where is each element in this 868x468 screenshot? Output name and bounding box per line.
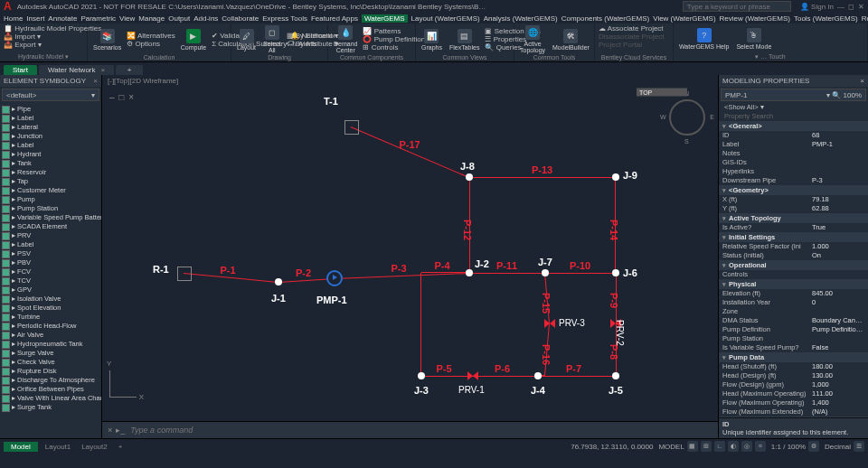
tree-item[interactable]: ▸ Pump: [2, 195, 99, 204]
scenarios-button[interactable]: 📚Scenarios: [91, 28, 123, 51]
tree-item[interactable]: ▸ Label: [2, 114, 99, 123]
property-row[interactable]: Hyperlinks: [719, 167, 868, 176]
tree-item[interactable]: ▸ Orifice Between Pipes: [2, 385, 99, 394]
node-label[interactable]: J-1: [271, 293, 286, 304]
tree-item[interactable]: ▸ FCV: [2, 267, 99, 276]
node-label[interactable]: J-3: [414, 385, 429, 396]
property-row[interactable]: Flow (Maximum Operating)1,400: [719, 398, 868, 407]
space-indicator[interactable]: MODEL: [658, 443, 684, 451]
menu-view[interactable]: View: [119, 14, 135, 23]
pipe-label[interactable]: P-7: [566, 363, 581, 374]
property-row[interactable]: Flow (Maximum Extended)(N/A): [719, 407, 868, 417]
property-row[interactable]: Relative Speed Factor (Ini1.000: [719, 242, 868, 251]
tree-item[interactable]: ▸ Check Valve: [2, 358, 99, 367]
pipe-label[interactable]: P-16: [541, 344, 552, 365]
pipe-label[interactable]: P-15: [541, 293, 552, 314]
menu-tools-watergems-[interactable]: Tools (WaterGEMS): [794, 14, 858, 23]
node-label[interactable]: PMP-1: [316, 295, 347, 305]
tree-item[interactable]: ▸ Isolation Valve: [2, 295, 99, 304]
tree-item[interactable]: ▸ PRV: [2, 231, 99, 240]
menu-view-watergems-[interactable]: View (WaterGEMS): [653, 14, 715, 23]
view-cube[interactable]: N S E W TOP: [662, 92, 712, 143]
select-all-button[interactable]: ◻Select All: [261, 24, 282, 54]
menu-analysis-watergems-[interactable]: Analysis (WaterGEMS): [484, 14, 558, 23]
import-button[interactable]: 📥 Import ▾: [4, 33, 83, 41]
node-J1[interactable]: [275, 278, 282, 285]
tree-item[interactable]: ▸ Hydropneumatic Tank: [2, 340, 99, 349]
property-group[interactable]: Physical: [719, 279, 868, 289]
pipe-label[interactable]: P-5: [437, 363, 452, 374]
ortho-icon[interactable]: ∟: [714, 441, 725, 452]
tree-item[interactable]: ▸ SCADA Element: [2, 222, 99, 231]
flextables-button[interactable]: ▤FlexTables: [448, 28, 481, 51]
property-row[interactable]: LabelPMP-1: [719, 140, 868, 149]
viewport-controls[interactable]: – □ ×: [109, 92, 135, 102]
units-readout[interactable]: Decimal: [825, 443, 851, 451]
pipe-label[interactable]: P-13: [532, 164, 552, 175]
node-label[interactable]: PRV-1: [458, 385, 485, 395]
pipe-label[interactable]: P-10: [570, 260, 590, 271]
menu-parametric[interactable]: Parametric: [80, 14, 116, 23]
node-J6[interactable]: [612, 269, 619, 276]
node-label[interactable]: J-5: [609, 385, 623, 396]
maximize-button[interactable]: ◻: [848, 3, 854, 11]
snap-icon[interactable]: ⊞: [701, 441, 712, 452]
drawing-canvas[interactable]: – □ × N S E W TOP Y X P-1P-2P-3P-4P-5P-6…: [102, 87, 718, 421]
grid-icon[interactable]: ▦: [687, 441, 698, 452]
new-tab-button[interactable]: +: [116, 65, 143, 75]
tree-item[interactable]: ▸ PBV: [2, 258, 99, 267]
modelbuilder-button[interactable]: 🛠ModelBuilder: [551, 28, 591, 51]
property-row[interactable]: Head (Maximum Operating)111.00: [719, 389, 868, 398]
pipe-label[interactable]: P-2: [296, 267, 311, 278]
help-search-input[interactable]: [683, 1, 791, 12]
compute-button[interactable]: ▶Compute: [179, 28, 208, 51]
node-J4[interactable]: [534, 372, 542, 379]
menu-express-tools[interactable]: Express Tools: [262, 14, 307, 23]
property-row[interactable]: Flow (Design) (gpm)1,000: [719, 380, 868, 389]
pipe-label[interactable]: P-17: [400, 139, 420, 150]
node-J7[interactable]: [542, 269, 549, 276]
node-J3[interactable]: [418, 372, 425, 379]
node-label[interactable]: R-1: [153, 264, 169, 275]
customize-icon[interactable]: ☰: [854, 441, 864, 452]
node-PMP1[interactable]: [326, 270, 343, 286]
property-row[interactable]: Downstream PipeP-3: [719, 176, 868, 185]
demand-center-button[interactable]: 💧Demand Center: [332, 24, 359, 54]
tree-item[interactable]: ▸ PSV: [2, 249, 99, 258]
add-layout-button[interactable]: +: [113, 442, 128, 452]
close-button[interactable]: ✕: [858, 3, 864, 11]
alternatives-button[interactable]: 🔀 Alternatives: [127, 32, 175, 40]
tree-item[interactable]: ▸ Reservoir: [2, 168, 99, 177]
pipe-label[interactable]: P-3: [392, 263, 407, 274]
property-group[interactable]: Operational: [719, 260, 868, 270]
polar-icon[interactable]: ◐: [728, 441, 739, 452]
associate-project-button[interactable]: ☁ Associate Project: [599, 24, 669, 33]
property-row[interactable]: Is Active?True: [719, 223, 868, 232]
node-label[interactable]: J-4: [531, 385, 545, 396]
menu-featured-apps[interactable]: Featured Apps: [311, 14, 358, 23]
signin-link[interactable]: 👤 Sign In: [800, 3, 834, 11]
property-group[interactable]: Active Topology: [719, 213, 868, 223]
tree-item[interactable]: ▸ GPV: [2, 285, 99, 295]
node-label[interactable]: PRV-3: [559, 318, 585, 328]
viewport-label[interactable]: [-][Top][2D Wireframe]: [102, 75, 718, 87]
menu-review-watergems-[interactable]: Review (WaterGEMS): [720, 14, 790, 23]
tree-item[interactable]: ▸ Spot Elevation: [2, 304, 99, 313]
menu-watergems[interactable]: WaterGEMS: [362, 14, 408, 23]
menu-manage[interactable]: Manage: [138, 14, 165, 23]
property-group[interactable]: <General>: [719, 121, 868, 131]
property-row[interactable]: Zone: [719, 307, 868, 316]
tree-item[interactable]: ▸ Label: [2, 240, 99, 249]
tree-item[interactable]: ▸ Periodic Head-Flow: [2, 322, 99, 331]
pipe-label[interactable]: P-6: [495, 363, 510, 374]
tree-item[interactable]: ▸ Label: [2, 141, 99, 150]
property-row[interactable]: Installation Year0: [719, 298, 868, 307]
tree-item[interactable]: ▸ Lateral: [2, 123, 99, 132]
node-label[interactable]: J-7: [538, 257, 552, 267]
tree-item[interactable]: ▸ Customer Meter: [2, 186, 99, 195]
tree-item[interactable]: ▸ Rupture Disk: [2, 367, 99, 376]
property-row[interactable]: Head (Design) (ft)130.00: [719, 371, 868, 380]
node-label[interactable]: T-1: [324, 96, 338, 107]
symbology-preset-dropdown[interactable]: <default>▾: [2, 89, 99, 101]
gear-icon[interactable]: ⚙: [808, 441, 819, 452]
